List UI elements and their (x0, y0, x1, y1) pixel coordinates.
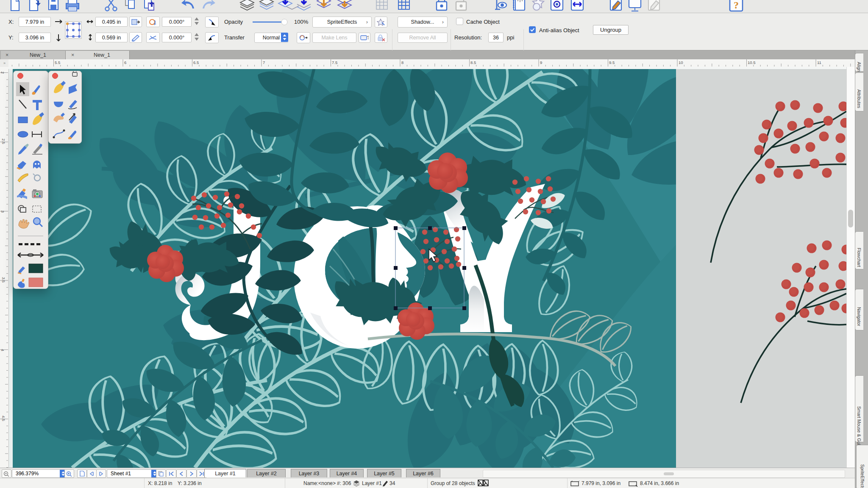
svg-text:?: ? (734, 0, 739, 11)
svg-text:?: ? (367, 36, 369, 40)
svg-text:»: » (3, 61, 6, 65)
